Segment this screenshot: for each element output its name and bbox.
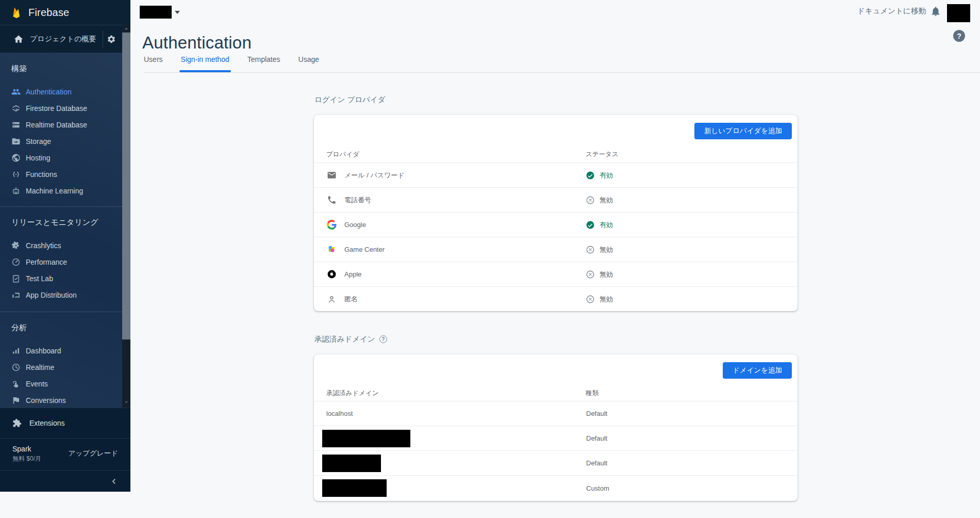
sidebar-item-test-lab[interactable]: Test Lab [0, 270, 122, 287]
sidebar-item-label: App Distribution [26, 291, 77, 299]
provider-status-label: 有効 [600, 220, 613, 230]
notifications-bell-icon[interactable] [930, 6, 941, 17]
sidebar-item-machine-learning[interactable]: Machine Learning [0, 183, 122, 199]
provider-row[interactable]: メール / パスワード有効 [314, 163, 798, 188]
sidebar-item-label: Realtime [26, 363, 54, 371]
sidebar-item-crashlytics[interactable]: Crashlytics [0, 237, 122, 254]
add-provider-button[interactable]: 新しいプロバイダを追加 [694, 123, 792, 139]
sidebar-item-firestore-database[interactable]: Firestore Database [0, 100, 122, 117]
sidebar-item-label: Conversions [26, 396, 66, 404]
check-circle-icon [586, 171, 595, 180]
sidebar-section-label: リリースとモニタリング [11, 215, 122, 230]
sidebar-item-extensions[interactable]: Extensions [0, 408, 130, 438]
domain-row[interactable]: localhostDefault [314, 401, 798, 426]
divider [0, 206, 122, 207]
collapse-sidebar-icon[interactable] [109, 476, 119, 487]
provider-name: 匿名 [344, 295, 358, 304]
sidebar-item-authentication[interactable]: Authentication [0, 84, 122, 100]
sidebar-nav: 構築AuthenticationFirestore DatabaseRealti… [0, 53, 122, 408]
clock-icon [11, 363, 21, 372]
domain-name: localhost [326, 410, 353, 417]
project-selector-redacted[interactable] [140, 6, 172, 19]
provider-row[interactable]: Game Center無効 [314, 237, 798, 262]
providers-section-title: ログイン プロバイダ [314, 95, 386, 105]
x-circle-icon [586, 270, 595, 279]
firebase-wordmark: Firebase [28, 7, 69, 19]
provider-status: 有効 [586, 220, 613, 230]
plan-panel: Spark 無料 $0/月 アップグレード [0, 438, 130, 470]
sidebar-item-label: Storage [26, 137, 51, 145]
tab-sign-in-method[interactable]: Sign-in method [180, 54, 230, 63]
divider [103, 30, 103, 47]
scroll-up-icon[interactable] [122, 25, 130, 33]
provider-row[interactable]: 匿名無効 [314, 287, 798, 312]
sidebar-item-realtime[interactable]: Realtime [0, 359, 122, 376]
sidebar-item-label: Performance [26, 258, 67, 266]
crashlytics-icon [11, 241, 21, 250]
email-icon [326, 170, 337, 181]
sidebar-item-realtime-database[interactable]: Realtime Database [0, 117, 122, 133]
sidebar-item-label: Realtime Database [26, 121, 87, 129]
redacted-domain [322, 479, 387, 497]
apple-icon [326, 269, 337, 280]
google-icon [326, 220, 337, 230]
sidebar-item-label: Dashboard [26, 347, 61, 355]
sidebar-item-events[interactable]: Events [0, 376, 122, 392]
folder-icon [11, 137, 21, 146]
domain-type: Default [586, 434, 607, 442]
tab-usage[interactable]: Usage [298, 54, 320, 63]
sidebar-section-items: CrashlyticsPerformanceTest LabApp Distri… [0, 237, 122, 303]
sidebar-scrollbar[interactable] [122, 25, 130, 408]
speedometer-icon [11, 257, 21, 267]
provider-row[interactable]: Apple無効 [314, 262, 798, 287]
sidebar-item-conversions[interactable]: Conversions [0, 392, 122, 408]
sidebar-item-label: Test Lab [26, 274, 53, 283]
firebase-logo[interactable]: Firebase [0, 0, 130, 25]
divider [0, 312, 122, 312]
provider-status-label: 無効 [600, 295, 613, 304]
sidebar-item-project-overview[interactable]: プロジェクトの概要 [0, 25, 130, 53]
domain-row[interactable]: Default [314, 426, 798, 451]
puzzle-icon [12, 418, 22, 428]
sidebar-item-functions[interactable]: Functions [0, 166, 122, 183]
domain-row[interactable]: Custom [314, 476, 798, 500]
domains-help-icon[interactable]: ? [379, 335, 387, 343]
chevron-down-icon[interactable] [175, 11, 180, 17]
sidebar-scrollbar-thumb[interactable] [122, 33, 130, 339]
sidebar-item-dashboard[interactable]: Dashboard [0, 343, 122, 359]
tab-users[interactable]: Users [143, 54, 163, 63]
domain-row[interactable]: Default [314, 451, 798, 476]
sidebar-item-label: Crashlytics [26, 241, 61, 250]
robot-icon [11, 186, 21, 196]
sidebar-item-app-distribution[interactable]: App Distribution [0, 287, 122, 303]
scroll-down-icon[interactable] [122, 398, 130, 406]
x-circle-icon [586, 295, 595, 304]
gear-icon[interactable] [107, 35, 116, 44]
sidebar-item-storage[interactable]: Storage [0, 133, 122, 150]
domains-table-body: localhostDefaultDefaultDefaultCustom [314, 401, 798, 500]
upgrade-button[interactable]: アップグレード [69, 449, 118, 458]
tab-templates[interactable]: Templates [247, 54, 281, 63]
provider-row[interactable]: Google有効 [314, 213, 798, 237]
provider-status-label: 無効 [600, 245, 613, 254]
provider-name: メール / パスワード [344, 171, 405, 180]
tab-bar: UsersSign-in methodTemplatesUsage [143, 54, 980, 73]
help-icon[interactable]: ? [953, 30, 965, 42]
avatar[interactable] [947, 4, 970, 22]
globe-icon [11, 153, 21, 163]
go-to-docs-link[interactable]: ドキュメントに移動 [857, 6, 926, 16]
project-overview-label: プロジェクトの概要 [30, 35, 96, 44]
domain-type: Custom [586, 484, 609, 492]
provider-row[interactable]: 電話番号無効 [314, 188, 798, 213]
extensions-label: Extensions [29, 419, 64, 427]
add-domain-button[interactable]: ドメインを追加 [723, 362, 792, 379]
sidebar-item-hosting[interactable]: Hosting [0, 150, 122, 166]
sidebar-item-label: Firestore Database [26, 104, 87, 112]
database-icon [11, 120, 21, 130]
sidebar-item-performance[interactable]: Performance [0, 254, 122, 270]
sidebar-item-label: Events [26, 380, 48, 388]
domain-type: Default [586, 459, 607, 467]
redacted-domain [322, 455, 381, 472]
firestore-icon [11, 104, 21, 113]
page-title: Authentication [142, 33, 252, 53]
